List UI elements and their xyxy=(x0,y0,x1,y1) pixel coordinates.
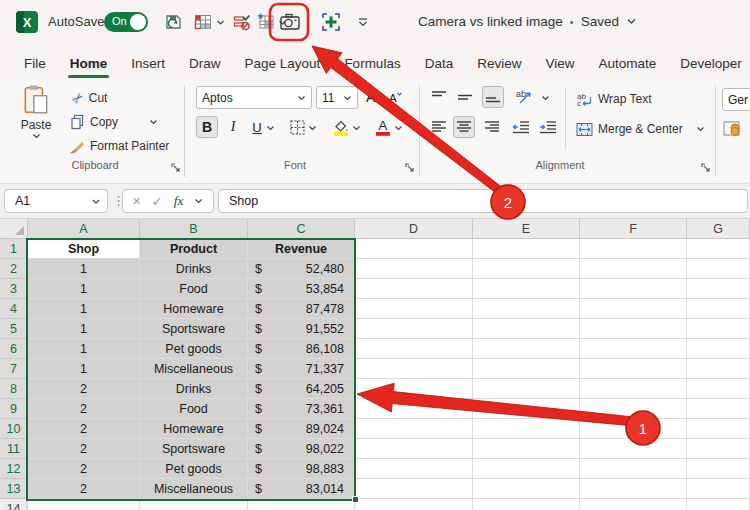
cell-A14[interactable] xyxy=(28,499,140,510)
cell-A1[interactable]: Shop xyxy=(28,239,140,259)
cancel-icon[interactable]: × xyxy=(133,193,141,209)
italic-button[interactable]: I xyxy=(222,116,244,138)
cell-G14[interactable] xyxy=(687,499,750,510)
cell-D7[interactable] xyxy=(355,359,473,379)
cell-G10[interactable] xyxy=(687,419,750,439)
tab-home[interactable]: Home xyxy=(58,50,120,79)
chevron-down-icon[interactable] xyxy=(308,124,317,132)
tab-formulas[interactable]: Formulas xyxy=(332,50,412,79)
cell-G8[interactable] xyxy=(687,379,750,399)
row-header-3[interactable]: 3 xyxy=(0,279,28,299)
orientation-button[interactable]: ab xyxy=(514,86,536,108)
cell-F10[interactable] xyxy=(580,419,687,439)
cell-C3[interactable]: $53,854 xyxy=(248,279,355,299)
cell-A8[interactable]: 2 xyxy=(28,379,140,399)
cell-F12[interactable] xyxy=(580,459,687,479)
cell-E8[interactable] xyxy=(473,379,580,399)
format-painter-button[interactable]: Format Painter xyxy=(68,135,169,157)
fill-color-button[interactable] xyxy=(330,116,352,138)
cell-A6[interactable]: 1 xyxy=(28,339,140,359)
increase-indent-button[interactable] xyxy=(537,116,559,138)
cell-E6[interactable] xyxy=(473,339,580,359)
select-all-corner[interactable] xyxy=(0,219,28,239)
copy-button[interactable]: Copy xyxy=(70,111,158,133)
tab-automate[interactable]: Automate xyxy=(586,50,668,79)
camera-icon[interactable] xyxy=(279,11,301,33)
row-header-7[interactable]: 7 xyxy=(0,359,28,379)
document-title[interactable]: Camera vs linked image xyxy=(418,14,563,29)
cell-B14[interactable] xyxy=(140,499,248,510)
row-header-10[interactable]: 10 xyxy=(0,419,28,439)
cell-B13[interactable]: Miscellaneous xyxy=(140,479,248,499)
align-center-button[interactable] xyxy=(453,116,475,138)
tab-insert[interactable]: Insert xyxy=(119,50,177,79)
align-top-button[interactable] xyxy=(428,86,450,108)
cell-D3[interactable] xyxy=(355,279,473,299)
cell-A4[interactable]: 1 xyxy=(28,299,140,319)
formula-input[interactable]: Shop xyxy=(218,189,748,213)
column-header-F[interactable]: F xyxy=(580,219,687,239)
cell-B3[interactable]: Food xyxy=(140,279,248,299)
tab-page-layout[interactable]: Page Layout xyxy=(233,50,333,79)
cell-A2[interactable]: 1 xyxy=(28,259,140,279)
align-right-button[interactable] xyxy=(481,116,503,138)
chevron-down-icon[interactable] xyxy=(215,17,225,27)
tab-review[interactable]: Review xyxy=(465,50,533,79)
cell-E13[interactable] xyxy=(473,479,580,499)
cell-D9[interactable] xyxy=(355,399,473,419)
cell-E1[interactable] xyxy=(473,239,580,259)
cell-G1[interactable] xyxy=(687,239,750,259)
cell-B12[interactable]: Pet goods xyxy=(140,459,248,479)
cell-A7[interactable]: 1 xyxy=(28,359,140,379)
font-color-button[interactable]: A xyxy=(372,116,394,138)
row-header-12[interactable]: 12 xyxy=(0,459,28,479)
cell-D13[interactable] xyxy=(355,479,473,499)
cell-E9[interactable] xyxy=(473,399,580,419)
cell-A11[interactable]: 2 xyxy=(28,439,140,459)
cut-button[interactable]: ✂ Cut xyxy=(72,87,107,109)
cell-C1[interactable]: Revenue xyxy=(248,239,355,259)
cell-C11[interactable]: $98,022 xyxy=(248,439,355,459)
cell-C12[interactable]: $98,883 xyxy=(248,459,355,479)
cell-F5[interactable] xyxy=(580,319,687,339)
cell-D8[interactable] xyxy=(355,379,473,399)
cell-F13[interactable] xyxy=(580,479,687,499)
tab-developer[interactable]: Developer xyxy=(668,50,750,79)
cell-G13[interactable] xyxy=(687,479,750,499)
cell-C2[interactable]: $52,480 xyxy=(248,259,355,279)
cell-B6[interactable]: Pet goods xyxy=(140,339,248,359)
cell-D6[interactable] xyxy=(355,339,473,359)
cell-A3[interactable]: 1 xyxy=(28,279,140,299)
align-bottom-button[interactable] xyxy=(482,86,504,108)
cell-B2[interactable]: Drinks xyxy=(140,259,248,279)
cell-G6[interactable] xyxy=(687,339,750,359)
chevron-down-icon[interactable] xyxy=(352,124,361,132)
cell-E3[interactable] xyxy=(473,279,580,299)
chevron-down-icon[interactable] xyxy=(394,124,403,132)
cell-C14[interactable] xyxy=(248,499,355,510)
cell-D14[interactable] xyxy=(355,499,473,510)
column-header-B[interactable]: B xyxy=(140,219,248,239)
chevron-down-icon[interactable] xyxy=(541,94,550,102)
column-header-E[interactable]: E xyxy=(473,219,580,239)
cell-F1[interactable] xyxy=(580,239,687,259)
tab-view[interactable]: View xyxy=(533,50,586,79)
add-view-icon[interactable] xyxy=(320,11,342,33)
cell-C4[interactable]: $87,478 xyxy=(248,299,355,319)
accounting-format-button[interactable] xyxy=(722,118,744,140)
row-header-6[interactable]: 6 xyxy=(0,339,28,359)
font-name-select[interactable]: Aptos xyxy=(196,86,312,109)
increase-font-size-button[interactable]: A xyxy=(362,86,384,108)
cell-B1[interactable]: Product xyxy=(140,239,248,259)
row-header-9[interactable]: 9 xyxy=(0,399,28,419)
cell-E5[interactable] xyxy=(473,319,580,339)
cell-G12[interactable] xyxy=(687,459,750,479)
chevron-down-icon[interactable] xyxy=(626,16,637,27)
cell-A13[interactable]: 2 xyxy=(28,479,140,499)
underline-button[interactable]: U xyxy=(246,116,268,138)
cell-E4[interactable] xyxy=(473,299,580,319)
cell-F6[interactable] xyxy=(580,339,687,359)
validation-check-no-icon[interactable] xyxy=(231,11,253,33)
autosave-toggle[interactable]: On xyxy=(104,12,148,32)
row-header-11[interactable]: 11 xyxy=(0,439,28,459)
